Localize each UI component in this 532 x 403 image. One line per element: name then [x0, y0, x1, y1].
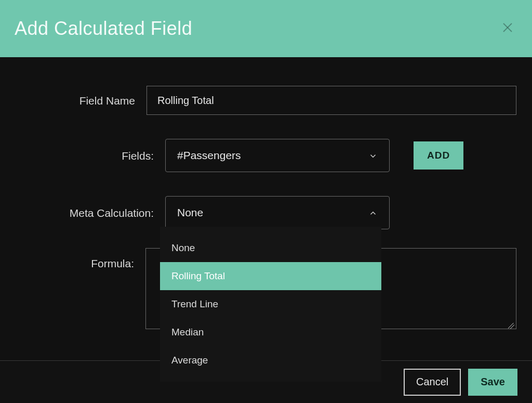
field-name-input[interactable]: [147, 86, 516, 115]
close-button[interactable]: [498, 17, 517, 40]
meta-calc-dropdown: None Rolling Total Trend Line Median Ave…: [160, 227, 381, 382]
chevron-up-icon: [368, 208, 378, 217]
field-name-label: Field Name: [16, 94, 147, 107]
meta-calc-label: Meta Calculation:: [16, 206, 165, 219]
dialog-header: Add Calculated Field: [0, 0, 532, 57]
dropdown-option-average[interactable]: Average: [160, 346, 381, 374]
dialog-body: Field Name Fields: #Passengers ADD Meta …: [0, 57, 532, 331]
meta-calc-select-value: None: [177, 206, 203, 219]
add-field-button[interactable]: ADD: [414, 141, 463, 170]
formula-label: Formula:: [16, 248, 145, 270]
row-meta-calculation: Meta Calculation: None: [16, 196, 516, 229]
save-button[interactable]: Save: [468, 369, 517, 396]
fields-select-value: #Passengers: [177, 149, 241, 162]
fields-select[interactable]: #Passengers: [165, 139, 390, 172]
dropdown-option-trend-line[interactable]: Trend Line: [160, 290, 381, 318]
dropdown-option-rolling-total[interactable]: Rolling Total: [160, 262, 381, 290]
dialog-title: Add Calculated Field: [15, 18, 192, 40]
row-fields: Fields: #Passengers ADD: [16, 139, 516, 172]
meta-calc-select[interactable]: None: [165, 196, 390, 229]
dropdown-option-median[interactable]: Median: [160, 318, 381, 346]
cancel-button[interactable]: Cancel: [404, 369, 461, 396]
chevron-down-icon: [368, 151, 378, 160]
fields-label: Fields:: [16, 149, 165, 162]
close-icon: [502, 20, 513, 36]
dropdown-option-none[interactable]: None: [160, 234, 381, 262]
row-field-name: Field Name: [16, 86, 516, 115]
